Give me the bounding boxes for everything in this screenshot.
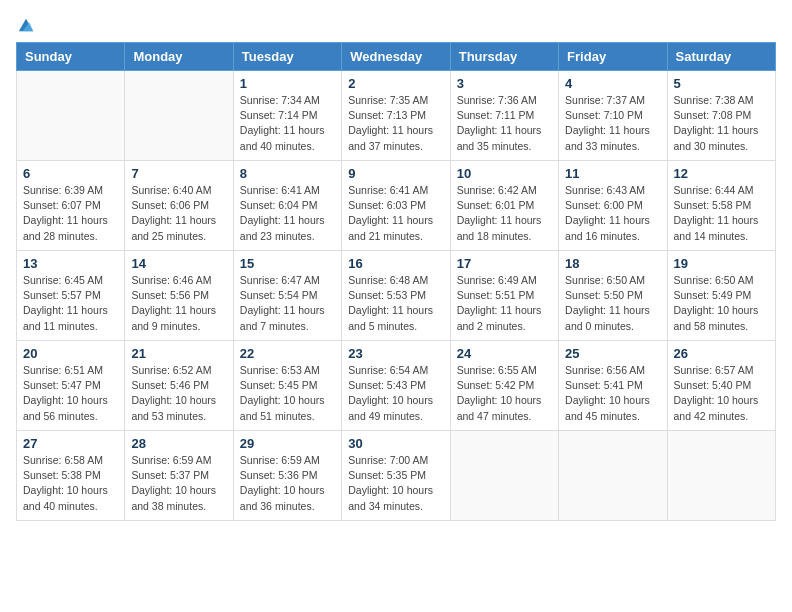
day-info: Sunrise: 6:41 AM Sunset: 6:03 PM Dayligh… <box>348 183 443 244</box>
calendar-cell: 26Sunrise: 6:57 AM Sunset: 5:40 PM Dayli… <box>667 341 775 431</box>
day-number: 25 <box>565 346 660 361</box>
day-number: 10 <box>457 166 552 181</box>
calendar-week-row: 27Sunrise: 6:58 AM Sunset: 5:38 PM Dayli… <box>17 431 776 521</box>
day-info: Sunrise: 6:46 AM Sunset: 5:56 PM Dayligh… <box>131 273 226 334</box>
day-number: 20 <box>23 346 118 361</box>
day-number: 16 <box>348 256 443 271</box>
day-info: Sunrise: 6:41 AM Sunset: 6:04 PM Dayligh… <box>240 183 335 244</box>
day-info: Sunrise: 7:37 AM Sunset: 7:10 PM Dayligh… <box>565 93 660 154</box>
calendar-cell: 27Sunrise: 6:58 AM Sunset: 5:38 PM Dayli… <box>17 431 125 521</box>
calendar-cell: 1Sunrise: 7:34 AM Sunset: 7:14 PM Daylig… <box>233 71 341 161</box>
day-number: 28 <box>131 436 226 451</box>
calendar-cell: 25Sunrise: 6:56 AM Sunset: 5:41 PM Dayli… <box>559 341 667 431</box>
calendar-cell <box>125 71 233 161</box>
day-number: 2 <box>348 76 443 91</box>
day-number: 21 <box>131 346 226 361</box>
calendar-cell: 14Sunrise: 6:46 AM Sunset: 5:56 PM Dayli… <box>125 251 233 341</box>
day-number: 15 <box>240 256 335 271</box>
logo-icon <box>17 16 35 34</box>
calendar-header-saturday: Saturday <box>667 43 775 71</box>
day-info: Sunrise: 6:45 AM Sunset: 5:57 PM Dayligh… <box>23 273 118 334</box>
page-header <box>16 16 776 30</box>
calendar-cell: 8Sunrise: 6:41 AM Sunset: 6:04 PM Daylig… <box>233 161 341 251</box>
day-number: 7 <box>131 166 226 181</box>
calendar-header-wednesday: Wednesday <box>342 43 450 71</box>
day-info: Sunrise: 6:47 AM Sunset: 5:54 PM Dayligh… <box>240 273 335 334</box>
calendar-cell <box>17 71 125 161</box>
day-number: 14 <box>131 256 226 271</box>
calendar-cell: 11Sunrise: 6:43 AM Sunset: 6:00 PM Dayli… <box>559 161 667 251</box>
calendar-cell: 6Sunrise: 6:39 AM Sunset: 6:07 PM Daylig… <box>17 161 125 251</box>
day-info: Sunrise: 6:53 AM Sunset: 5:45 PM Dayligh… <box>240 363 335 424</box>
calendar-cell: 22Sunrise: 6:53 AM Sunset: 5:45 PM Dayli… <box>233 341 341 431</box>
day-number: 23 <box>348 346 443 361</box>
day-number: 19 <box>674 256 769 271</box>
calendar-cell: 28Sunrise: 6:59 AM Sunset: 5:37 PM Dayli… <box>125 431 233 521</box>
calendar-week-row: 20Sunrise: 6:51 AM Sunset: 5:47 PM Dayli… <box>17 341 776 431</box>
day-info: Sunrise: 6:55 AM Sunset: 5:42 PM Dayligh… <box>457 363 552 424</box>
calendar-cell: 3Sunrise: 7:36 AM Sunset: 7:11 PM Daylig… <box>450 71 558 161</box>
calendar-cell: 18Sunrise: 6:50 AM Sunset: 5:50 PM Dayli… <box>559 251 667 341</box>
day-number: 30 <box>348 436 443 451</box>
day-info: Sunrise: 7:34 AM Sunset: 7:14 PM Dayligh… <box>240 93 335 154</box>
calendar-week-row: 6Sunrise: 6:39 AM Sunset: 6:07 PM Daylig… <box>17 161 776 251</box>
calendar-cell <box>450 431 558 521</box>
calendar-cell: 24Sunrise: 6:55 AM Sunset: 5:42 PM Dayli… <box>450 341 558 431</box>
day-info: Sunrise: 6:50 AM Sunset: 5:50 PM Dayligh… <box>565 273 660 334</box>
day-number: 5 <box>674 76 769 91</box>
calendar-cell: 19Sunrise: 6:50 AM Sunset: 5:49 PM Dayli… <box>667 251 775 341</box>
calendar-cell: 4Sunrise: 7:37 AM Sunset: 7:10 PM Daylig… <box>559 71 667 161</box>
day-number: 26 <box>674 346 769 361</box>
day-number: 13 <box>23 256 118 271</box>
day-number: 3 <box>457 76 552 91</box>
calendar-week-row: 1Sunrise: 7:34 AM Sunset: 7:14 PM Daylig… <box>17 71 776 161</box>
calendar-header-tuesday: Tuesday <box>233 43 341 71</box>
day-info: Sunrise: 6:56 AM Sunset: 5:41 PM Dayligh… <box>565 363 660 424</box>
calendar-cell <box>559 431 667 521</box>
day-info: Sunrise: 6:57 AM Sunset: 5:40 PM Dayligh… <box>674 363 769 424</box>
day-info: Sunrise: 6:50 AM Sunset: 5:49 PM Dayligh… <box>674 273 769 334</box>
calendar-cell: 20Sunrise: 6:51 AM Sunset: 5:47 PM Dayli… <box>17 341 125 431</box>
calendar-cell: 10Sunrise: 6:42 AM Sunset: 6:01 PM Dayli… <box>450 161 558 251</box>
day-info: Sunrise: 7:00 AM Sunset: 5:35 PM Dayligh… <box>348 453 443 514</box>
calendar-header-row: SundayMondayTuesdayWednesdayThursdayFrid… <box>17 43 776 71</box>
calendar-header-thursday: Thursday <box>450 43 558 71</box>
calendar-cell: 23Sunrise: 6:54 AM Sunset: 5:43 PM Dayli… <box>342 341 450 431</box>
day-number: 1 <box>240 76 335 91</box>
day-number: 11 <box>565 166 660 181</box>
calendar-cell: 5Sunrise: 7:38 AM Sunset: 7:08 PM Daylig… <box>667 71 775 161</box>
calendar-header-monday: Monday <box>125 43 233 71</box>
day-info: Sunrise: 7:35 AM Sunset: 7:13 PM Dayligh… <box>348 93 443 154</box>
day-number: 24 <box>457 346 552 361</box>
day-number: 6 <box>23 166 118 181</box>
calendar-cell: 21Sunrise: 6:52 AM Sunset: 5:46 PM Dayli… <box>125 341 233 431</box>
calendar-cell: 30Sunrise: 7:00 AM Sunset: 5:35 PM Dayli… <box>342 431 450 521</box>
day-number: 17 <box>457 256 552 271</box>
calendar-cell: 12Sunrise: 6:44 AM Sunset: 5:58 PM Dayli… <box>667 161 775 251</box>
calendar-cell: 9Sunrise: 6:41 AM Sunset: 6:03 PM Daylig… <box>342 161 450 251</box>
day-number: 8 <box>240 166 335 181</box>
calendar-week-row: 13Sunrise: 6:45 AM Sunset: 5:57 PM Dayli… <box>17 251 776 341</box>
calendar-cell: 7Sunrise: 6:40 AM Sunset: 6:06 PM Daylig… <box>125 161 233 251</box>
day-number: 27 <box>23 436 118 451</box>
day-info: Sunrise: 6:52 AM Sunset: 5:46 PM Dayligh… <box>131 363 226 424</box>
calendar-table: SundayMondayTuesdayWednesdayThursdayFrid… <box>16 42 776 521</box>
day-info: Sunrise: 6:51 AM Sunset: 5:47 PM Dayligh… <box>23 363 118 424</box>
calendar-cell: 17Sunrise: 6:49 AM Sunset: 5:51 PM Dayli… <box>450 251 558 341</box>
calendar-cell: 2Sunrise: 7:35 AM Sunset: 7:13 PM Daylig… <box>342 71 450 161</box>
day-number: 22 <box>240 346 335 361</box>
calendar-header-friday: Friday <box>559 43 667 71</box>
calendar-cell: 13Sunrise: 6:45 AM Sunset: 5:57 PM Dayli… <box>17 251 125 341</box>
day-info: Sunrise: 6:43 AM Sunset: 6:00 PM Dayligh… <box>565 183 660 244</box>
calendar-cell <box>667 431 775 521</box>
day-info: Sunrise: 6:58 AM Sunset: 5:38 PM Dayligh… <box>23 453 118 514</box>
day-info: Sunrise: 6:59 AM Sunset: 5:37 PM Dayligh… <box>131 453 226 514</box>
calendar-cell: 16Sunrise: 6:48 AM Sunset: 5:53 PM Dayli… <box>342 251 450 341</box>
calendar-cell: 15Sunrise: 6:47 AM Sunset: 5:54 PM Dayli… <box>233 251 341 341</box>
day-info: Sunrise: 7:36 AM Sunset: 7:11 PM Dayligh… <box>457 93 552 154</box>
day-info: Sunrise: 6:44 AM Sunset: 5:58 PM Dayligh… <box>674 183 769 244</box>
day-info: Sunrise: 6:59 AM Sunset: 5:36 PM Dayligh… <box>240 453 335 514</box>
day-number: 4 <box>565 76 660 91</box>
day-info: Sunrise: 6:48 AM Sunset: 5:53 PM Dayligh… <box>348 273 443 334</box>
logo <box>16 16 35 30</box>
